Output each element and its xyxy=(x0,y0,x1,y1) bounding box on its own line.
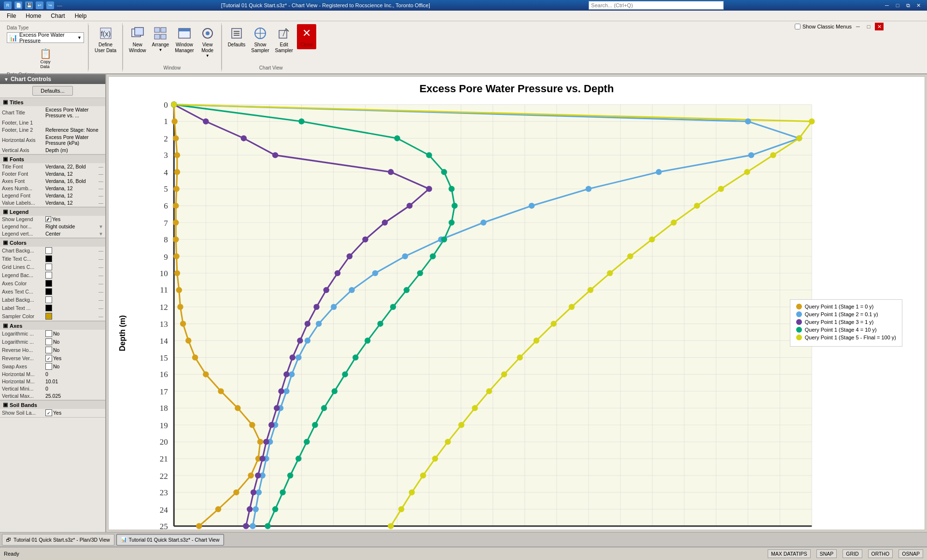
titles-header[interactable]: ▣ Titles xyxy=(0,98,105,106)
prop-footer-font[interactable]: Footer Font Verdana, 12 — xyxy=(0,170,105,178)
arrange-button[interactable]: Arrange ▼ xyxy=(150,24,171,54)
osnap-button[interactable]: OSNAP xyxy=(899,549,923,558)
edit-sampler-label: EditSampler xyxy=(275,42,293,54)
prop-log-y[interactable]: Logarithmic ... No xyxy=(0,338,105,346)
prop-legend-font[interactable]: Legend Font Verdana, 12 — xyxy=(0,192,105,199)
max-datatips-button[interactable]: MAX DATATIPS xyxy=(768,549,811,558)
restore-button[interactable]: □ xyxy=(893,1,902,9)
copy-data-button[interactable]: 📋 CopyData xyxy=(7,47,84,70)
svg-point-126 xyxy=(173,220,179,225)
titlebar-max2[interactable]: □ xyxy=(864,23,873,30)
soil-bands-header[interactable]: ▣ Soil Bands xyxy=(0,400,105,409)
svg-point-214 xyxy=(332,388,337,394)
undo-icon[interactable]: ↩ xyxy=(36,1,43,9)
redo-icon[interactable]: ↪ xyxy=(46,1,54,9)
axes-header[interactable]: ▣ Axes xyxy=(0,321,105,330)
prop-log-x[interactable]: Logarithmic ... No xyxy=(0,330,105,338)
define-user-data-button[interactable]: f(x) DefineUser Data xyxy=(93,24,118,55)
prop-v-min[interactable]: Vertical Mini... 0 xyxy=(0,385,105,392)
svg-point-242 xyxy=(458,422,464,428)
view-mode-button[interactable]: ViewMode ▼ xyxy=(198,24,217,59)
prop-v-max[interactable]: Vertical Max... 25.025 xyxy=(0,392,105,400)
classic-menus-checkbox[interactable] xyxy=(795,24,801,29)
prop-show-soil[interactable]: Show Soil La... ✓ Yes xyxy=(0,409,105,417)
prop-reverse-ho[interactable]: Reverse Ho... No xyxy=(0,346,105,354)
svg-text:14: 14 xyxy=(160,336,169,346)
reverse-ho-check[interactable] xyxy=(45,347,52,353)
taskbar-item-chart[interactable]: 📊 Tutorial 01 Quick Start.s3z* - Chart V… xyxy=(116,534,224,546)
fonts-header[interactable]: ▣ Fonts xyxy=(0,154,105,163)
prop-axes-text-color[interactable]: Axes Text C... — xyxy=(0,288,105,296)
prop-title-font[interactable]: Title Font Verdana, 22, Bold — xyxy=(0,163,105,170)
svg-text:8: 8 xyxy=(164,235,168,244)
show-soil-check[interactable]: ✓ xyxy=(45,409,52,416)
show-sampler-button[interactable]: ShowSampler xyxy=(249,24,271,55)
edit-sampler-button[interactable]: EditSampler xyxy=(273,24,295,55)
data-type-select[interactable]: 📊 Excess Pore Water Pressure ▼ xyxy=(7,32,84,43)
new-window-button[interactable]: NewWindow xyxy=(127,24,148,55)
svg-point-246 xyxy=(409,490,415,495)
search-input[interactable] xyxy=(589,1,724,10)
titlebar-min2[interactable]: ─ xyxy=(854,23,862,30)
prop-legend-hor[interactable]: Legend hor... Right outside ▼ xyxy=(0,223,105,230)
soil-bands-label: Soil Bands xyxy=(10,402,37,408)
prop-footer1[interactable]: Footer, Line 1 xyxy=(0,119,105,126)
grid-button[interactable]: GRID xyxy=(843,549,862,558)
window-group: f(x) DefineUser Data xyxy=(89,23,123,71)
prop-h-min[interactable]: Horizontal M... 0 xyxy=(0,371,105,378)
prop-chart-bg[interactable]: Chart Backg... — xyxy=(0,247,105,255)
prop-title-text-color[interactable]: Title Text C... — xyxy=(0,255,105,263)
ortho-button[interactable]: ORTHO xyxy=(868,549,893,558)
svg-point-138 xyxy=(249,422,255,428)
prop-h-max[interactable]: Horizontal M... 10.01 xyxy=(0,378,105,385)
show-legend-checkbox[interactable]: ✓ xyxy=(45,216,51,222)
svg-point-134 xyxy=(192,354,198,360)
prop-sampler-color[interactable]: Sampler Color — xyxy=(0,312,105,321)
panel-defaults-button[interactable]: Defaults... xyxy=(32,86,73,96)
log-x-check[interactable] xyxy=(45,330,52,337)
snap-button[interactable]: SNAP xyxy=(816,549,837,558)
prop-legend-vert[interactable]: Legend vert... Center ▼ xyxy=(0,230,105,238)
reverse-ver-check[interactable]: ✓ xyxy=(45,355,52,362)
prop-footer2[interactable]: Footer, Line 2 Reference Stage: None xyxy=(0,126,105,134)
close-button[interactable]: ✕ xyxy=(914,1,923,9)
prop-swap-axes[interactable]: Swap Axes No xyxy=(0,363,105,371)
legend-section-header[interactable]: ▣ Legend xyxy=(0,207,105,216)
menu-chart[interactable]: Chart xyxy=(46,11,70,21)
svg-point-131 xyxy=(177,304,183,309)
prop-label-bg[interactable]: Label Backg... — xyxy=(0,296,105,304)
axes-color xyxy=(45,280,52,287)
prop-label-text-color[interactable]: Label Text ... — xyxy=(0,304,105,312)
prop-value-labels-font[interactable]: Value Labels... Verdana, 12 — xyxy=(0,199,105,207)
prop-axes-num-font[interactable]: Axes Numb... Verdana, 12 — xyxy=(0,185,105,192)
prop-axes-color[interactable]: Axes Color — xyxy=(0,280,105,288)
taskbar-item-plan[interactable]: 🗗 Tutorial 01 Quick Start.s3z* - Plan/3D… xyxy=(2,534,114,546)
defaults-button[interactable]: Defaults xyxy=(226,24,248,49)
titlebar-close2[interactable]: ✕ xyxy=(875,23,884,30)
swap-axes-check[interactable] xyxy=(45,363,52,370)
svg-point-160 xyxy=(295,354,301,360)
minimize-button[interactable]: ─ xyxy=(883,1,891,9)
svg-text:23: 23 xyxy=(160,488,168,497)
prop-h-axis[interactable]: Horizontal Axis Excess Pore Water Pressu… xyxy=(0,134,105,147)
menu-home[interactable]: Home xyxy=(21,11,46,21)
maximize-button[interactable]: ⧉ xyxy=(904,1,913,9)
prop-legend-bg[interactable]: Legend Bac... — xyxy=(0,271,105,280)
log-y-check[interactable] xyxy=(45,338,52,345)
prop-chart-title[interactable]: Chart Title Excess Pore Water Pressure v… xyxy=(0,106,105,119)
prop-reverse-ver[interactable]: Reverse Ver... ✓ Yes xyxy=(0,354,105,363)
menu-file[interactable]: File xyxy=(2,11,21,21)
svg-point-194 xyxy=(251,490,256,495)
menu-help[interactable]: Help xyxy=(70,11,92,21)
svg-point-230 xyxy=(671,220,676,225)
prop-show-legend[interactable]: Show Legend ✓ Yes xyxy=(0,216,105,223)
panel-header[interactable]: ▼ Chart Controls xyxy=(0,74,105,84)
prop-axes-font[interactable]: Axes Font Verdana, 16, Bold — xyxy=(0,178,105,185)
close-button-toolbar[interactable]: ✕ Close xyxy=(297,24,316,49)
colors-header[interactable]: ▣ Colors xyxy=(0,238,105,247)
prop-grid-lines-color[interactable]: Grid Lines C... — xyxy=(0,263,105,271)
arrange-label: Arrange xyxy=(152,42,169,48)
svg-point-208 xyxy=(404,287,409,293)
window-manager-button[interactable]: WindowManager xyxy=(173,24,196,55)
prop-v-axis[interactable]: Vertical Axis Depth (m) xyxy=(0,147,105,154)
